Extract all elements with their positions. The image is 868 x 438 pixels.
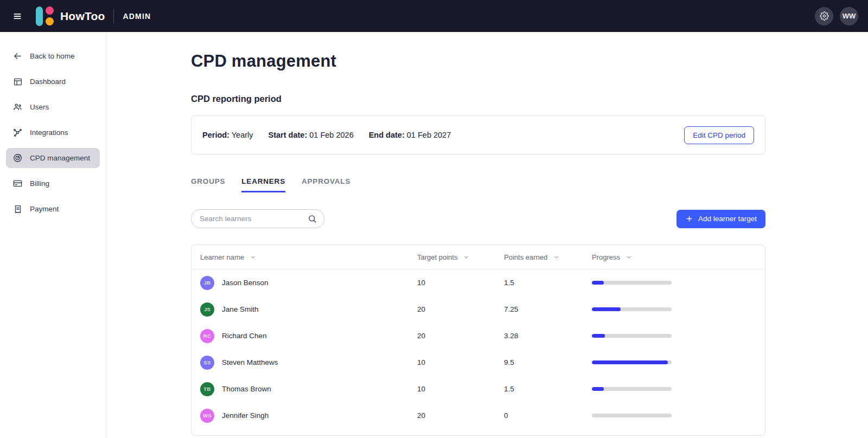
table-row[interactable]: SSSteven Matthews109.5 — [192, 349, 765, 376]
arrow-left-icon — [12, 51, 23, 61]
points-earned-value: 9.5 — [504, 358, 592, 366]
learners-table: Learner nameTarget pointsPoints earnedPr… — [191, 244, 765, 436]
cpd-gauge-icon — [12, 153, 23, 163]
avatar: SS — [200, 356, 214, 370]
table-row[interactable]: WSJennifer Singh200 — [192, 402, 765, 429]
points-earned-value: 3.28 — [504, 332, 592, 340]
sidebar-item-users[interactable]: Users — [6, 97, 100, 117]
learner-name: Jason Benson — [222, 279, 269, 287]
target-points-value: 10 — [417, 358, 504, 366]
table-row[interactable]: RCRichard Chen203.28 — [192, 323, 765, 349]
column-header-learner-name[interactable]: Learner name — [200, 253, 417, 261]
edit-cpd-period-button[interactable]: Edit CPD period — [684, 126, 754, 144]
learner-name-cell: JSJane Smith — [200, 302, 417, 317]
sidebar-item-label: Users — [30, 103, 49, 111]
progress-bar-fill — [592, 360, 668, 364]
tab-bar: GROUPSLEARNERSAPPROVALS — [191, 177, 765, 193]
howtoo-logo-icon — [36, 7, 54, 26]
gear-icon — [820, 11, 829, 21]
tab-approvals[interactable]: APPROVALS — [302, 177, 350, 192]
avatar: JB — [200, 276, 214, 290]
sidebar-item-payment[interactable]: Payment — [6, 199, 100, 219]
tab-learners[interactable]: LEARNERS — [241, 177, 285, 192]
search-box — [191, 209, 324, 228]
sidebar-item-label: CPD management — [30, 154, 90, 162]
avatar: JS — [200, 302, 214, 317]
billing-card-icon — [12, 178, 23, 189]
table-row[interactable]: TBThomas Brown101.5 — [192, 376, 765, 402]
points-earned-value: 1.5 — [504, 385, 592, 393]
learner-name: Thomas Brown — [222, 385, 271, 393]
column-header-progress[interactable]: Progress — [592, 253, 756, 261]
sort-chevron-icon[interactable] — [626, 254, 633, 261]
search-input[interactable] — [200, 215, 308, 223]
learner-name-cell: TBThomas Brown — [200, 382, 417, 396]
progress-bar-fill — [592, 307, 621, 311]
sidebar-item-label: Dashboard — [30, 78, 66, 86]
menu-icon[interactable] — [11, 10, 24, 23]
learner-name: Jennifer Singh — [222, 411, 269, 420]
brand-name: HowToo — [60, 10, 105, 23]
progress-bar-fill — [592, 334, 605, 338]
start-date-field: Start date: 01 Feb 2026 — [269, 131, 354, 139]
column-header-points-earned[interactable]: Points earned — [504, 253, 592, 261]
column-header-label: Learner name — [200, 253, 244, 261]
avatar: WS — [200, 409, 214, 423]
points-earned-value: 0 — [504, 411, 592, 420]
target-points-value: 20 — [417, 411, 504, 420]
reporting-period-card: Period: Yearly Start date: 01 Feb 2026 E… — [191, 115, 765, 154]
period-label: Period: — [202, 131, 229, 139]
sidebar-item-billing[interactable]: Billing — [6, 173, 100, 194]
sidebar-item-dashboard[interactable]: Dashboard — [6, 72, 100, 92]
points-earned-value: 1.5 — [504, 279, 592, 287]
points-earned-value: 7.25 — [504, 305, 592, 313]
sidebar-item-back-to-home[interactable]: Back to home — [6, 46, 100, 66]
sidebar-item-label: Back to home — [30, 52, 75, 60]
sidebar-item-integrations[interactable]: Integrations — [6, 123, 100, 143]
progress-bar — [592, 334, 672, 338]
column-header-label: Points earned — [504, 253, 547, 261]
search-icon[interactable] — [308, 214, 317, 223]
topbar: HowToo ADMIN WW — [0, 0, 868, 32]
progress-cell — [592, 307, 756, 311]
avatar: RC — [200, 329, 214, 343]
learner-name: Richard Chen — [222, 332, 267, 340]
brand-logo[interactable]: HowToo — [36, 7, 105, 26]
table-header-row: Learner nameTarget pointsPoints earnedPr… — [192, 245, 765, 269]
payment-receipt-icon — [12, 204, 23, 214]
tab-groups[interactable]: GROUPS — [191, 177, 225, 192]
learner-name-cell: SSSteven Matthews — [200, 356, 417, 370]
main-content: CPD management CPD reporting period Peri… — [106, 32, 868, 438]
end-date-label: End date: — [369, 131, 405, 139]
settings-button[interactable] — [815, 7, 833, 25]
progress-bar — [592, 414, 672, 417]
sidebar-item-label: Payment — [30, 205, 59, 213]
progress-cell — [592, 387, 756, 391]
learner-name-cell: RCRichard Chen — [200, 329, 417, 343]
table-row[interactable]: JSJane Smith207.25 — [192, 296, 765, 323]
progress-bar — [592, 281, 672, 285]
column-header-label: Progress — [592, 253, 620, 261]
learner-name: Steven Matthews — [222, 358, 278, 366]
period-field: Period: Yearly — [202, 131, 253, 139]
progress-bar — [592, 307, 672, 311]
target-points-value: 20 — [417, 305, 504, 313]
column-header-target-points[interactable]: Target points — [417, 253, 504, 261]
target-points-value: 10 — [417, 385, 504, 393]
table-row[interactable]: JBJason Benson101.5 — [192, 269, 765, 296]
sort-chevron-icon[interactable] — [463, 254, 470, 261]
progress-bar-fill — [592, 281, 604, 285]
add-learner-target-label: Add learner target — [698, 215, 757, 223]
start-date-value: 01 Feb 2026 — [309, 131, 353, 139]
progress-cell — [592, 360, 756, 364]
progress-bar-fill — [592, 387, 604, 391]
topbar-divider — [113, 9, 114, 23]
sidebar-item-label: Integrations — [30, 128, 68, 137]
sort-chevron-icon[interactable] — [553, 254, 560, 261]
sidebar-item-cpd-management[interactable]: CPD management — [6, 148, 100, 168]
admin-badge: ADMIN — [123, 12, 151, 21]
sort-chevron-icon[interactable] — [250, 254, 257, 261]
user-avatar[interactable]: WW — [840, 7, 858, 25]
progress-cell — [592, 281, 756, 285]
add-learner-target-button[interactable]: Add learner target — [676, 210, 765, 228]
